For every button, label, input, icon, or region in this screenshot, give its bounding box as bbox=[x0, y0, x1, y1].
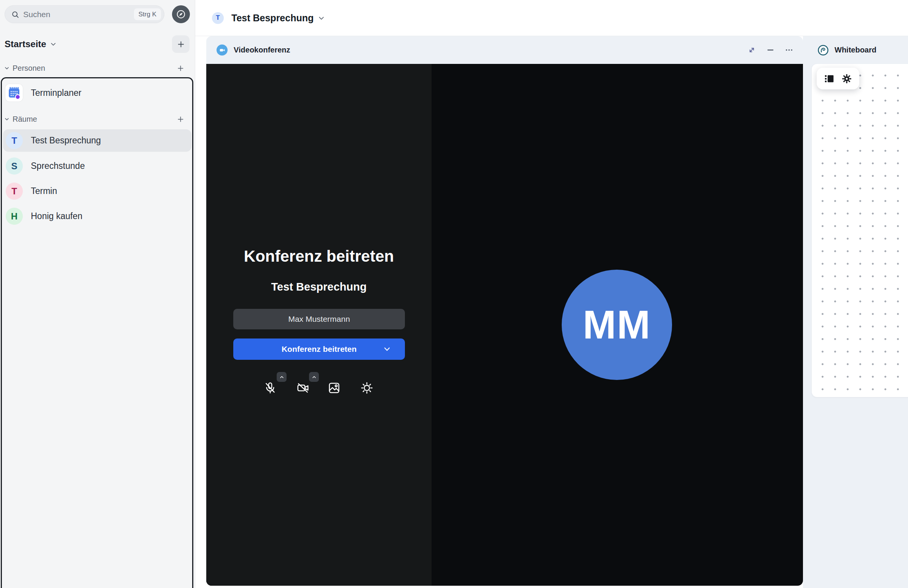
room-label: Test Besprechung bbox=[31, 135, 101, 146]
join-conference-button[interactable]: Konferenz beitreten bbox=[233, 339, 405, 360]
widget-options-button[interactable] bbox=[784, 45, 794, 55]
whiteboard-title: Whiteboard bbox=[834, 46, 876, 55]
whiteboard-settings-button[interactable] bbox=[841, 73, 853, 84]
room-avatar: T bbox=[6, 132, 23, 149]
search-icon bbox=[11, 10, 19, 19]
background-image-button[interactable] bbox=[327, 381, 341, 395]
join-button-label: Konferenz beitreten bbox=[282, 345, 357, 354]
space-name: Startseite bbox=[5, 39, 46, 50]
search-shortcut-badge: Strg K bbox=[134, 8, 161, 20]
room-label: Termin bbox=[31, 186, 57, 196]
room-item-test-besprechung[interactable]: T Test Besprechung bbox=[3, 129, 192, 152]
chevron-up-icon bbox=[279, 374, 285, 380]
whiteboard-toolbar bbox=[817, 68, 859, 89]
camera-off-button[interactable] bbox=[296, 381, 310, 395]
room-label: Sprechstunde bbox=[31, 161, 85, 171]
section-people[interactable]: Personen bbox=[0, 60, 195, 76]
microphone-muted-button[interactable] bbox=[263, 381, 277, 395]
explore-button[interactable] bbox=[172, 5, 190, 23]
room-menu-chevron-icon[interactable] bbox=[317, 14, 325, 22]
room-avatar: H bbox=[6, 208, 23, 225]
terminplaner-label: Terminplaner bbox=[31, 88, 81, 98]
widget-area: Videokonferenz Konferenz beitreten Test … bbox=[195, 36, 908, 588]
room-header: T Test Besprechung bbox=[195, 0, 908, 36]
calendar-icon bbox=[5, 84, 23, 101]
chevron-down-icon bbox=[4, 116, 10, 122]
room-label: Honig kaufen bbox=[31, 211, 82, 221]
compass-icon bbox=[176, 9, 186, 19]
video-conference-widget: Videokonferenz Konferenz beitreten Test … bbox=[206, 36, 803, 586]
join-options-chevron-icon[interactable] bbox=[382, 344, 392, 354]
frames-icon bbox=[824, 73, 835, 84]
room-item-honig-kaufen[interactable]: H Honig kaufen bbox=[3, 205, 192, 227]
video-widget-header: Videokonferenz bbox=[206, 36, 803, 64]
minimize-widget-button[interactable] bbox=[766, 45, 775, 55]
sidebar: Strg K Startseite Personen bbox=[0, 0, 195, 588]
sidebar-focus-ring bbox=[1, 77, 193, 588]
image-icon bbox=[327, 381, 341, 395]
microphone-options-button[interactable] bbox=[277, 372, 287, 382]
display-name-field[interactable]: Max Mustermann bbox=[233, 309, 405, 329]
whiteboard-canvas[interactable] bbox=[812, 64, 908, 397]
settings-button[interactable] bbox=[360, 381, 374, 395]
gear-icon bbox=[841, 73, 852, 84]
join-heading: Konferenz beitreten bbox=[206, 247, 431, 265]
maximize-widget-button[interactable] bbox=[747, 45, 757, 55]
section-people-label: Personen bbox=[13, 64, 177, 73]
whiteboard-pen-icon bbox=[818, 45, 829, 56]
chevron-down-icon bbox=[4, 65, 10, 71]
space-selector[interactable]: Startseite bbox=[5, 35, 57, 53]
user-avatar: MM bbox=[562, 270, 672, 380]
join-room-name: Test Besprechung bbox=[206, 281, 431, 293]
room-avatar: T bbox=[6, 183, 23, 200]
room-item-termin[interactable]: T Termin bbox=[3, 180, 192, 202]
sidebar-item-terminplaner[interactable]: Terminplaner bbox=[3, 81, 192, 104]
search-input[interactable]: Strg K bbox=[5, 5, 164, 23]
gear-icon bbox=[360, 381, 374, 395]
section-rooms-label: Räume bbox=[13, 115, 177, 124]
whiteboard-header: Whiteboard bbox=[803, 36, 908, 64]
video-widget-body: Konferenz beitreten Test Besprechung Max… bbox=[206, 64, 803, 586]
whiteboard-widget: Whiteboard bbox=[803, 36, 908, 588]
chevron-down-icon bbox=[50, 40, 57, 48]
add-people-icon[interactable] bbox=[177, 64, 185, 72]
section-rooms[interactable]: Räume bbox=[0, 111, 195, 127]
page-title: Test Besprechung bbox=[231, 13, 314, 24]
frames-panel-button[interactable] bbox=[824, 73, 835, 84]
room-item-sprechstunde[interactable]: S Sprechstunde bbox=[3, 155, 192, 177]
room-header-avatar: T bbox=[212, 12, 224, 24]
compose-button[interactable] bbox=[172, 35, 190, 53]
chevron-up-icon bbox=[311, 374, 317, 380]
add-room-icon[interactable] bbox=[177, 115, 185, 123]
plus-icon bbox=[177, 40, 185, 49]
video-camera-icon bbox=[217, 45, 227, 56]
video-widget-title: Videokonferenz bbox=[233, 46, 290, 55]
search-field[interactable] bbox=[19, 10, 134, 19]
room-avatar: S bbox=[6, 157, 23, 175]
camera-options-button[interactable] bbox=[309, 372, 319, 382]
